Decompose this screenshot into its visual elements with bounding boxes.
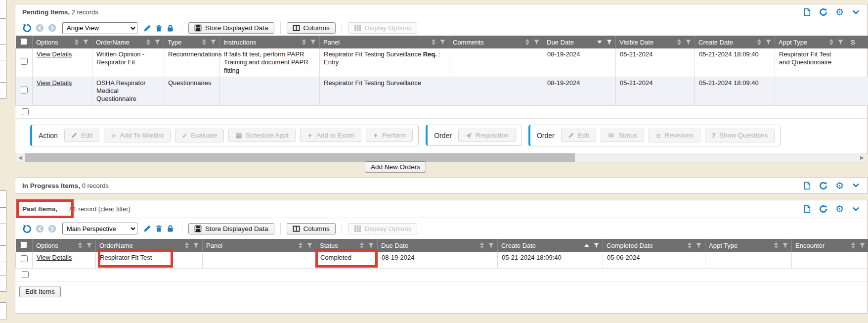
column-header-appt-type[interactable]: Appt Type bbox=[779, 39, 807, 46]
new-document-icon[interactable] bbox=[803, 205, 811, 213]
column-header-visible-date[interactable]: Visible Date bbox=[619, 39, 653, 46]
sort-icon[interactable] bbox=[146, 39, 150, 45]
column-header-status[interactable]: Status bbox=[320, 242, 338, 249]
column-header-truncated[interactable]: S bbox=[851, 39, 855, 46]
chevron-down-icon[interactable] bbox=[852, 206, 860, 213]
new-document-icon[interactable] bbox=[803, 182, 811, 190]
sort-icon[interactable] bbox=[202, 39, 206, 45]
filter-icon[interactable] bbox=[488, 243, 494, 248]
lock-view-icon[interactable] bbox=[167, 225, 174, 232]
filter-icon[interactable] bbox=[607, 40, 612, 45]
filter-icon[interactable] bbox=[87, 243, 92, 248]
sort-desc-icon[interactable] bbox=[597, 41, 602, 44]
column-header-panel[interactable]: Panel bbox=[323, 39, 340, 46]
sort-icon[interactable] bbox=[185, 242, 189, 248]
edit-view-icon[interactable] bbox=[143, 24, 151, 32]
next-view-icon[interactable] bbox=[48, 24, 56, 32]
chevron-down-icon[interactable] bbox=[852, 9, 860, 16]
column-header-ordername[interactable]: OrderName bbox=[99, 242, 133, 249]
clear-filter-link[interactable]: clear filter bbox=[100, 205, 128, 213]
gear-icon[interactable]: ⚙ bbox=[835, 181, 844, 190]
horizontal-scrollbar[interactable]: ◀ ▶ bbox=[16, 153, 866, 162]
column-header-create-date[interactable]: Create Date bbox=[501, 242, 536, 249]
undo-icon[interactable] bbox=[22, 224, 32, 233]
sort-icon[interactable] bbox=[480, 242, 484, 248]
filter-icon[interactable] bbox=[310, 40, 316, 45]
filter-icon[interactable] bbox=[155, 40, 160, 45]
footer-checkbox[interactable] bbox=[22, 108, 29, 115]
column-header-comments[interactable]: Comments bbox=[453, 39, 484, 46]
column-header-options[interactable]: Options bbox=[36, 242, 58, 249]
filter-icon[interactable] bbox=[696, 243, 701, 248]
column-header-instructions[interactable]: Instructions bbox=[223, 39, 256, 46]
column-header-due-date[interactable]: Due Date bbox=[381, 242, 408, 249]
lock-view-icon[interactable] bbox=[167, 24, 174, 32]
view-details-link[interactable]: View Details bbox=[37, 79, 72, 87]
column-header-due-date[interactable]: Due Date bbox=[547, 39, 574, 46]
store-displayed-data-button[interactable]: Store Displayed Data bbox=[188, 223, 274, 234]
row-checkbox[interactable] bbox=[21, 255, 28, 262]
sort-icon[interactable] bbox=[851, 242, 855, 248]
filter-icon[interactable] bbox=[594, 243, 599, 248]
row-checkbox[interactable] bbox=[21, 87, 28, 93]
column-header-panel[interactable]: Panel bbox=[206, 242, 222, 249]
sort-icon[interactable] bbox=[302, 39, 306, 45]
filter-icon[interactable] bbox=[193, 243, 199, 248]
column-header-appt-type[interactable]: Appt Type bbox=[709, 242, 738, 249]
column-header-ordername[interactable]: OrderName bbox=[96, 39, 130, 46]
column-header-completed-date[interactable]: Completed Date bbox=[607, 242, 653, 249]
sort-icon[interactable] bbox=[757, 39, 761, 45]
delete-view-icon[interactable] bbox=[155, 225, 163, 232]
filter-icon[interactable] bbox=[307, 243, 312, 248]
store-displayed-data-button[interactable]: Store Displayed Data bbox=[188, 22, 274, 34]
delete-view-icon[interactable] bbox=[155, 24, 163, 32]
prev-view-icon[interactable] bbox=[36, 225, 44, 233]
sort-icon[interactable] bbox=[78, 242, 82, 248]
edit-items-button[interactable]: Edit Items bbox=[19, 286, 61, 297]
gear-icon[interactable]: ⚙ bbox=[835, 7, 844, 17]
filter-icon[interactable] bbox=[782, 243, 788, 248]
filter-icon[interactable] bbox=[686, 40, 691, 45]
sort-icon[interactable] bbox=[829, 39, 833, 45]
filter-icon[interactable] bbox=[83, 40, 88, 45]
new-document-icon[interactable] bbox=[803, 8, 811, 16]
column-header-options[interactable]: Options bbox=[36, 39, 58, 46]
sort-icon[interactable] bbox=[299, 242, 303, 248]
filter-icon[interactable] bbox=[534, 40, 539, 45]
filter-icon[interactable] bbox=[440, 40, 445, 45]
add-new-orders-button[interactable]: Add New Orders bbox=[365, 161, 426, 173]
filter-icon[interactable] bbox=[838, 40, 843, 45]
undo-icon[interactable] bbox=[22, 23, 32, 33]
prev-view-icon[interactable] bbox=[36, 24, 44, 32]
select-all-checkbox[interactable] bbox=[20, 38, 27, 45]
sort-icon[interactable] bbox=[688, 242, 692, 248]
refresh-icon[interactable] bbox=[819, 182, 827, 190]
sort-icon[interactable] bbox=[677, 39, 681, 45]
refresh-icon[interactable] bbox=[819, 205, 827, 213]
sort-icon[interactable] bbox=[774, 242, 778, 248]
edit-view-icon[interactable] bbox=[143, 225, 151, 232]
filter-icon[interactable] bbox=[860, 243, 865, 248]
refresh-icon[interactable] bbox=[819, 8, 827, 16]
scroll-right-arrow[interactable]: ▶ bbox=[858, 153, 866, 162]
filter-icon[interactable] bbox=[766, 40, 771, 45]
sort-icon[interactable] bbox=[75, 39, 79, 45]
select-all-checkbox[interactable] bbox=[20, 241, 27, 248]
scrollbar-thumb[interactable] bbox=[25, 153, 575, 162]
view-details-link[interactable]: View Details bbox=[37, 50, 72, 58]
scroll-left-arrow[interactable]: ◀ bbox=[16, 153, 24, 162]
view-selector[interactable]: Angie View bbox=[62, 22, 137, 34]
sort-icon[interactable] bbox=[432, 39, 435, 45]
sort-icon[interactable] bbox=[525, 39, 529, 45]
columns-button[interactable]: Columns bbox=[287, 22, 336, 34]
view-details-link[interactable]: View Details bbox=[37, 254, 72, 261]
chevron-down-icon[interactable] bbox=[852, 182, 860, 189]
footer-checkbox[interactable] bbox=[22, 271, 29, 278]
filter-icon[interactable] bbox=[368, 243, 374, 248]
sort-icon[interactable] bbox=[360, 242, 364, 248]
view-selector[interactable]: Main Perspective bbox=[62, 223, 137, 234]
next-view-icon[interactable] bbox=[48, 225, 56, 233]
columns-button[interactable]: Columns bbox=[287, 223, 336, 234]
column-header-create-date[interactable]: Create Date bbox=[698, 39, 733, 46]
filter-icon[interactable] bbox=[211, 40, 216, 45]
